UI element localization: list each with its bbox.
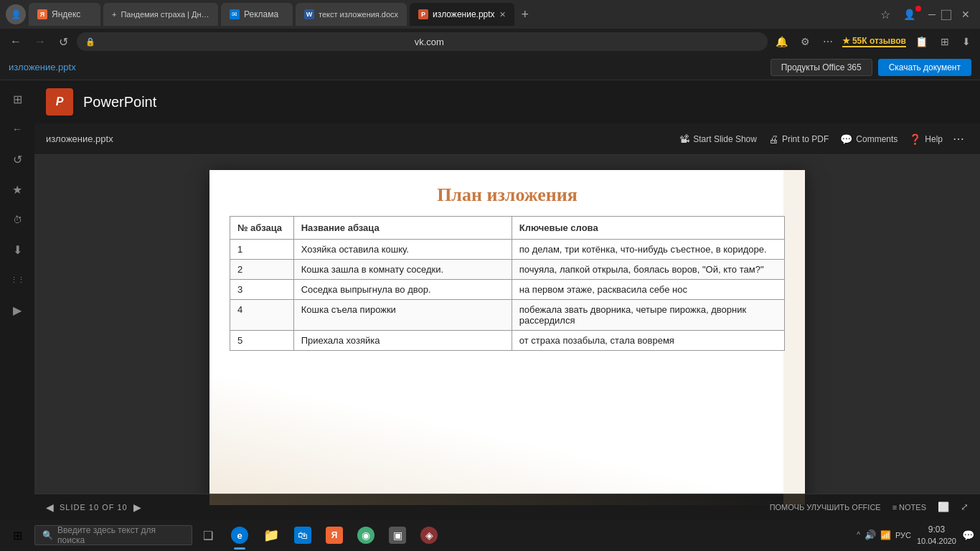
tab-label-pandemic: Пандемия страха | Дне... xyxy=(121,10,209,19)
sidebar-item-apps[interactable]: ⋮⋮ xyxy=(4,267,30,293)
back-button[interactable]: ← xyxy=(6,34,26,50)
sidebar-item-history[interactable]: ⏱ xyxy=(4,207,30,232)
tab-label-ads: Реклама xyxy=(244,9,278,19)
notes-icon: ≡ xyxy=(892,503,897,512)
tray-chevron[interactable]: ^ xyxy=(857,531,860,539)
start-button[interactable]: ⊞ xyxy=(0,519,34,551)
help-icon: ❓ xyxy=(909,133,921,145)
download-btn[interactable]: ⬇ xyxy=(958,34,974,49)
cell-keywords: от страха позабыла, стала вовремя xyxy=(512,330,784,350)
tab-pandemic[interactable]: + Пандемия страха | Дне... xyxy=(103,3,218,26)
taskbar-app-store[interactable]: 🛍 xyxy=(287,519,319,551)
ppt-logo: P xyxy=(46,88,73,116)
ppt-toolbar: изложение.pptx 📽 Start Slide Show 🖨 Prin… xyxy=(34,123,980,155)
taskbar-app-circle[interactable]: ◉ xyxy=(350,519,382,551)
ppt-header: P PowerPoint xyxy=(34,80,980,123)
notif-filename: изложение.pptx xyxy=(9,62,76,72)
toolbar-filename: изложение.pptx xyxy=(46,133,113,144)
cell-title: Кошка зашла в комнату соседки. xyxy=(293,259,512,279)
print-icon: 🖨 xyxy=(768,133,778,145)
time-display: 9:03 xyxy=(917,524,956,536)
tab-yandex[interactable]: Я Яндекс xyxy=(29,3,100,26)
tab-favicon-docx: W xyxy=(304,9,314,19)
slide: План изложения № абзаца Название абзаца … xyxy=(209,170,805,505)
table-row: 5 Приехала хозяйка от страха позабыла, с… xyxy=(230,330,785,350)
sidebar-item-bookmark[interactable]: ★ xyxy=(4,176,30,202)
sidebar-item-media[interactable]: ▶ xyxy=(4,297,30,323)
reload-button[interactable]: ↺ xyxy=(55,34,72,50)
next-slide-button[interactable]: ▶ xyxy=(133,501,141,513)
tab-close-pptx[interactable]: ✕ xyxy=(499,10,506,19)
tab-favicon-pptx: P xyxy=(418,9,428,19)
cell-keywords: на первом этаже, расквасила себе нос xyxy=(512,279,784,299)
comments-button[interactable]: 💬 Comments xyxy=(834,131,903,148)
cell-num: 5 xyxy=(230,330,294,350)
minimize-btn[interactable]: ─ xyxy=(924,7,940,22)
cell-title: Кошка съела пирожки xyxy=(293,299,512,330)
profile-avatar[interactable]: 👤 xyxy=(6,4,26,24)
sidebar-item-back[interactable]: ← xyxy=(4,116,30,142)
download-document-button[interactable]: Скачать документ xyxy=(878,59,971,76)
cell-num: 1 xyxy=(230,239,294,259)
url-bar[interactable]: 🔒 vk.com xyxy=(77,32,768,51)
slideshow-icon: 📽 xyxy=(679,133,689,145)
cell-num: 2 xyxy=(230,259,294,279)
tab-pptx[interactable]: P изложение.pptx ✕ xyxy=(410,3,514,26)
more-options-button[interactable]: ⋯ xyxy=(948,129,969,149)
new-tab-button[interactable]: + xyxy=(517,7,534,22)
taskbar-search[interactable]: 🔍 Введите здесь текст для поиска xyxy=(34,525,192,545)
bookmark-btn[interactable]: ☆ xyxy=(876,6,895,23)
date-display: 10.04.2020 xyxy=(917,536,956,546)
lock-icon: 🔒 xyxy=(85,37,95,47)
cell-num: 3 xyxy=(230,279,294,299)
close-btn[interactable]: ✕ xyxy=(957,7,974,22)
search-placeholder: Введите здесь текст для поиска xyxy=(57,525,184,545)
tab-favicon-ads: ✉ xyxy=(230,9,240,19)
address-bar-row: ← → ↺ 🔒 vk.com 🔔 ⚙ ⋯ ★ 55К отзывов 📋 ⊞ ⬇ xyxy=(0,29,980,55)
slide-viewer: План изложения № абзаца Название абзаца … xyxy=(34,155,980,519)
sidebar-item-grid[interactable]: ⊞ xyxy=(4,86,30,112)
tab-label-docx: текст изложения.docx xyxy=(319,10,398,19)
taskbar-app-purple[interactable]: ◈ xyxy=(413,519,445,551)
tab-ads[interactable]: ✉ Реклама xyxy=(221,3,293,26)
notification-bar: изложение.pptx Продукты Office 365 Скача… xyxy=(0,55,980,80)
reviews-badge[interactable]: ★ 55К отзывов xyxy=(842,36,906,47)
col-header-num: № абзаца xyxy=(230,216,294,239)
taskbar-right: ^ 🔊 📶 РУС 9:03 10.04.2020 💬 xyxy=(857,524,980,546)
comments-icon: 💬 xyxy=(840,133,852,145)
maximize-btn[interactable]: ⃞ xyxy=(944,7,953,22)
fit-to-window-button[interactable]: ⬜ xyxy=(938,501,949,512)
sidebar-item-reload[interactable]: ↺ xyxy=(4,146,30,172)
office365-button[interactable]: Продукты Office 365 xyxy=(771,59,872,76)
notification-center-icon[interactable]: 💬 xyxy=(962,529,974,541)
lang-indicator: РУС xyxy=(895,531,911,540)
cell-num: 4 xyxy=(230,299,294,330)
volume-icon[interactable]: 🔊 xyxy=(864,529,876,540)
notes-button[interactable]: ≡ NOTES xyxy=(892,503,926,512)
taskbar-app-taskview[interactable]: ❑ xyxy=(192,519,224,551)
fullscreen-button[interactable]: ⤢ xyxy=(961,501,969,512)
table-row: 1 Хозяйка оставила кошку. по делам, три … xyxy=(230,239,785,259)
collections-btn[interactable]: ⊞ xyxy=(937,34,953,49)
sidebar-item-downloads[interactable]: ⬇ xyxy=(4,237,30,263)
tab-docx[interactable]: W текст изложения.docx xyxy=(296,3,407,26)
cell-title: Приехала хозяйка xyxy=(293,330,512,350)
extensions-btn[interactable]: ⚙ xyxy=(797,34,814,49)
taskbar-app-explorer[interactable]: 📁 xyxy=(255,519,287,551)
network-icon[interactable]: 📶 xyxy=(880,530,891,540)
taskbar-app-edge[interactable]: e xyxy=(224,519,255,551)
reading-list-btn[interactable]: 📋 xyxy=(912,34,931,49)
start-slideshow-button[interactable]: 📽 Start Slide Show xyxy=(674,131,763,148)
taskbar-app-yandex[interactable]: Я xyxy=(319,519,350,551)
tab-favicon-yandex: Я xyxy=(37,9,47,19)
tab-label-pptx: изложение.pptx xyxy=(433,9,494,19)
table-row: 3 Соседка выпрыгнула во двор. на первом … xyxy=(230,279,785,299)
forward-button[interactable]: → xyxy=(30,34,50,50)
help-button[interactable]: ❓ Help xyxy=(903,131,948,148)
taskbar-app-box[interactable]: ▣ xyxy=(382,519,413,551)
print-pdf-button[interactable]: 🖨 Print to PDF xyxy=(763,131,834,148)
ppt-title-label: PowerPoint xyxy=(83,94,156,110)
menu-btn[interactable]: ⋯ xyxy=(819,34,837,49)
prev-slide-button[interactable]: ◀ xyxy=(46,501,54,513)
notifications-btn[interactable]: 🔔 xyxy=(772,34,791,49)
